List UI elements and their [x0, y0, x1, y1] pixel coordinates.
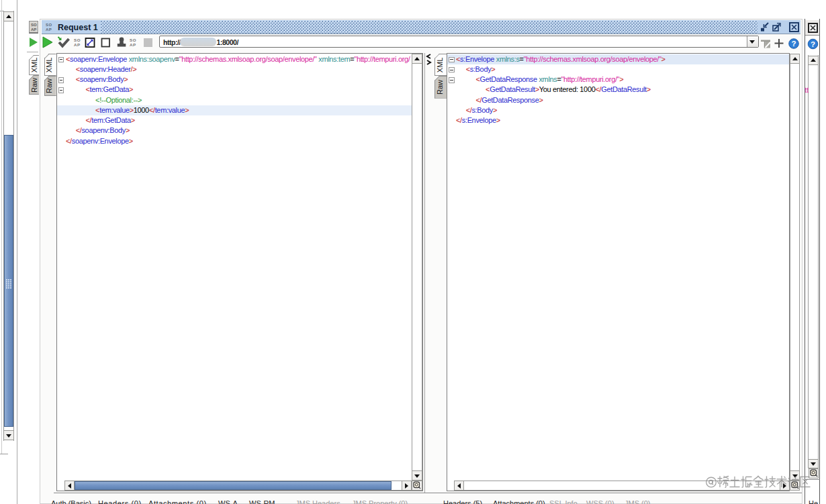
svg-text:AP: AP: [130, 42, 136, 47]
svg-text:SO: SO: [130, 38, 136, 42]
svg-text:?: ?: [811, 40, 815, 48]
svg-text:SO: SO: [74, 38, 81, 42]
svg-text:?: ?: [791, 40, 796, 48]
svg-text:AP: AP: [74, 42, 81, 47]
